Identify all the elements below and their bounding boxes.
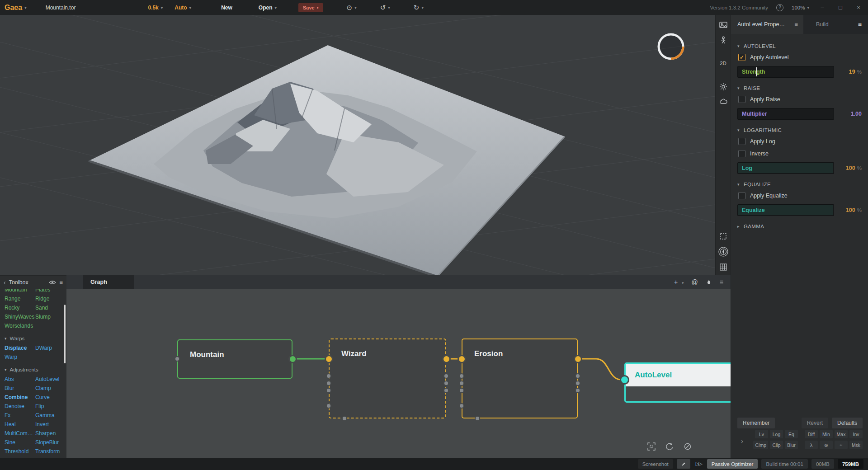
- wizard-extra-port[interactable]: [327, 381, 330, 385]
- quick-clip-button[interactable]: Clip: [770, 441, 783, 449]
- erosion-extra-port[interactable]: [576, 381, 580, 385]
- section-logarithmic[interactable]: ▾ LOGARITHMIC: [737, 127, 863, 133]
- wizard-bottom-port[interactable]: [343, 417, 346, 420]
- toolbox-node-item[interactable]: Curve: [35, 394, 50, 400]
- toolbox-menu-icon[interactable]: ≡: [59, 279, 63, 286]
- save-button[interactable]: Save •: [298, 3, 323, 12]
- section-equalize[interactable]: ▾ EQUALIZE: [737, 182, 863, 187]
- atmosphere-cloud-icon[interactable]: [719, 98, 727, 104]
- quick-lv-button[interactable]: Lv: [755, 430, 768, 438]
- viewport-3d[interactable]: [0, 15, 715, 275]
- toolbox-node-item[interactable]: SlopeBlur: [35, 439, 59, 446]
- remember-button[interactable]: Remember: [737, 418, 775, 428]
- annotate-pencil-icon[interactable]: [677, 459, 690, 469]
- resolution-selector[interactable]: 0.5k ▾: [148, 5, 163, 11]
- character-scale-icon[interactable]: [719, 36, 727, 44]
- equalize-slider[interactable]: Equalize: [737, 204, 834, 216]
- quick-eq-button[interactable]: Eq: [785, 430, 798, 438]
- section-gamma[interactable]: ▸ GAMMA: [737, 224, 863, 229]
- toolbox-node-item[interactable]: Invert: [35, 421, 49, 428]
- wizard-extra-port[interactable]: [327, 389, 330, 392]
- toolbox-node-item[interactable]: Combine: [5, 394, 35, 400]
- toolbox-node-item[interactable]: Threshold: [5, 448, 35, 455]
- node-wizard[interactable]: Wizard: [329, 338, 446, 418]
- toolbox-node-item[interactable]: Rocky: [5, 305, 35, 311]
- frame-region-icon[interactable]: [719, 232, 727, 240]
- toolbox-node-item[interactable]: Worselands: [5, 323, 35, 329]
- quick-mask-button[interactable]: Msk: [849, 441, 863, 449]
- toolbox-node-item[interactable]: DWarp: [35, 345, 52, 351]
- quick-combine-button[interactable]: ⊗: [820, 441, 833, 449]
- toolbox-node-item[interactable]: Mountain: [5, 289, 35, 293]
- toolbox-node-item[interactable]: Heal: [5, 421, 35, 428]
- section-autolevel[interactable]: ▾ AUTOLEVEL: [737, 43, 863, 49]
- toolbox-node-item[interactable]: Transform: [35, 448, 60, 455]
- toolbox-node-item[interactable]: Clamp: [35, 385, 51, 391]
- quick-diff-button[interactable]: Diff: [805, 430, 818, 438]
- build-mode-selector[interactable]: Auto ▾: [175, 5, 191, 11]
- erosion-extra-port[interactable]: [460, 381, 463, 385]
- toolbox-node-item[interactable]: AutoLevel: [35, 376, 59, 382]
- quick-fx-button[interactable]: λ: [805, 441, 818, 449]
- erosion-extra-port[interactable]: [460, 389, 463, 392]
- close-button[interactable]: ×: [854, 4, 863, 11]
- section-raise[interactable]: ▾ RAISE: [737, 85, 863, 91]
- screenshot-button[interactable]: Screenshot: [638, 459, 673, 469]
- graph-canvas[interactable]: Mountain Wizard Erosion AutoLevel: [66, 289, 731, 458]
- quick-build-menu[interactable]: ⊙ ▾: [347, 4, 357, 12]
- tab-build[interactable]: Build: [803, 15, 841, 34]
- toolbox-node-item[interactable]: Warp: [5, 354, 35, 360]
- toolbox-node-item[interactable]: Blur: [5, 385, 35, 391]
- erosion-extra-port[interactable]: [460, 404, 463, 408]
- minimize-button[interactable]: –: [817, 4, 827, 11]
- maximize-button[interactable]: □: [835, 4, 845, 11]
- toolbox-eye-icon[interactable]: [49, 280, 56, 285]
- wizard-extra-port[interactable]: [444, 374, 448, 378]
- lighting-icon[interactable]: [719, 83, 727, 91]
- apply-equalize-checkbox[interactable]: [738, 192, 745, 199]
- quick-inv-button[interactable]: Inv: [849, 430, 863, 438]
- toolbox-collapse-icon[interactable]: ‹: [4, 279, 6, 286]
- tab-graph[interactable]: Graph: [83, 275, 134, 289]
- slider-handle[interactable]: [756, 67, 757, 76]
- quick-curve-button[interactable]: ≈: [835, 441, 848, 449]
- node-mountain[interactable]: Mountain: [177, 339, 292, 379]
- compass-icon[interactable]: [718, 247, 728, 257]
- fast-forward-icon[interactable]: ▷▷: [694, 459, 703, 469]
- toolbox-node-item[interactable]: Ridge: [35, 296, 49, 302]
- wizard-extra-port[interactable]: [327, 374, 330, 378]
- redo-button[interactable]: ↻ ▾: [414, 4, 424, 12]
- wizard-extra-port[interactable]: [444, 381, 448, 385]
- apply-raise-checkbox[interactable]: [738, 96, 745, 103]
- toolbox-node-item[interactable]: Abs: [5, 376, 35, 382]
- quick-blur-button[interactable]: Blur: [785, 441, 798, 449]
- toolbox-node-item[interactable]: Fx: [5, 412, 35, 418]
- toolbox-node-item[interactable]: Displace: [5, 345, 35, 351]
- toolbox-node-item[interactable]: Sine: [5, 439, 35, 446]
- toolbox-node-item[interactable]: Plates: [35, 289, 50, 293]
- quick-max-button[interactable]: Max: [835, 430, 848, 438]
- mountain-input-port[interactable]: [175, 357, 179, 361]
- graph-menu-icon[interactable]: ≡: [720, 278, 723, 286]
- node-autolevel[interactable]: AutoLevel: [624, 362, 731, 403]
- toolbox-node-item[interactable]: Sand: [35, 305, 48, 311]
- toolbox-section-adjustments[interactable]: ▾ Adjustments: [5, 367, 66, 372]
- inverse-checkbox[interactable]: [738, 150, 745, 157]
- orientation-gizmo[interactable]: [655, 30, 687, 63]
- log-slider[interactable]: Log: [737, 162, 834, 174]
- toolbox-node-item[interactable]: Slump: [35, 314, 51, 320]
- 2d-view-toggle[interactable]: 2D: [720, 61, 726, 66]
- erosion-extra-port[interactable]: [460, 374, 463, 378]
- apply-log-checkbox[interactable]: [738, 138, 745, 145]
- undo-button[interactable]: ↺ ▾: [380, 4, 390, 12]
- toolbox-section-warps[interactable]: ▾ Warps: [5, 336, 66, 341]
- panel-menu-icon[interactable]: ≡: [858, 21, 862, 28]
- quick-clamp-button[interactable]: Clmp: [753, 441, 768, 449]
- erosion-input-port[interactable]: [459, 356, 465, 362]
- mountain-output-port[interactable]: [290, 356, 296, 362]
- toolbox-node-item[interactable]: Gamma: [35, 412, 55, 418]
- defaults-button[interactable]: Defaults: [832, 418, 863, 428]
- autolevel-input-port[interactable]: [621, 376, 628, 383]
- add-node-button[interactable]: + ▾: [674, 278, 684, 286]
- toolbox-scrollbar[interactable]: [64, 305, 66, 363]
